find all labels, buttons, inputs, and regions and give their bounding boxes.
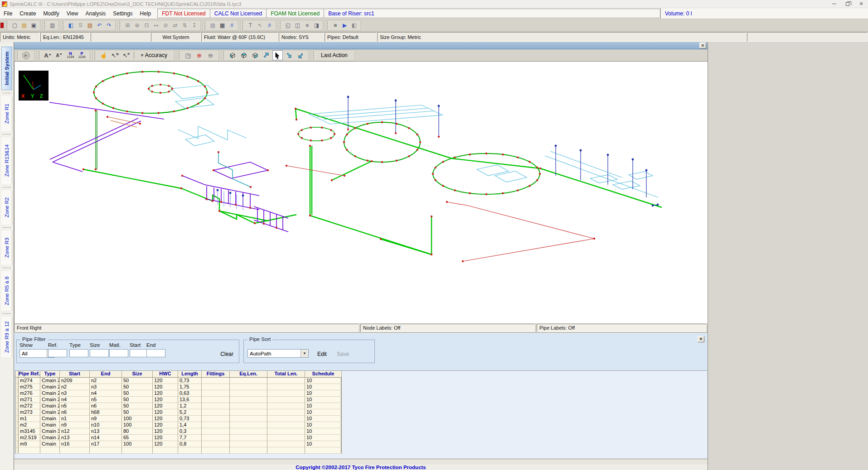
- zone-tab-zone-r2[interactable]: Zone R2: [1, 190, 12, 225]
- save-file-button[interactable]: ▣: [29, 20, 39, 30]
- column-header[interactable]: Pipe Ref.: [19, 371, 40, 378]
- column-header[interactable]: Schedule: [305, 371, 342, 378]
- drag-handle[interactable]: [204, 21, 207, 29]
- close-button[interactable]: ✕: [854, 0, 868, 8]
- table-row[interactable]: m275Cmain 2n2n3501201,7510: [15, 384, 341, 390]
- run-button[interactable]: ▶: [340, 20, 349, 30]
- drag-handle[interactable]: [6, 21, 9, 29]
- drawing-window-close-button[interactable]: ✕: [699, 43, 706, 48]
- drawing-canvas[interactable]: X Y Z: [14, 62, 708, 323]
- zoom-region-button[interactable]: ⊡: [142, 20, 151, 30]
- column-header[interactable]: Size: [122, 371, 153, 378]
- rotate-view-sw-button[interactable]: [295, 50, 305, 60]
- zoom-extents-button[interactable]: ⊕: [132, 20, 142, 30]
- menu-view[interactable]: View: [63, 8, 82, 19]
- column-header[interactable]: HWC: [153, 371, 178, 378]
- undo-button[interactable]: ↶: [95, 20, 104, 30]
- text-tool-button[interactable]: T: [246, 20, 255, 30]
- column-header[interactable]: Fittings: [202, 371, 230, 378]
- calculate-button[interactable]: ▶: [21, 50, 31, 60]
- clear-filter-button[interactable]: Clear: [220, 351, 233, 357]
- font-decrease-button[interactable]: A▼: [54, 50, 64, 60]
- table-row[interactable]: m273Cmain 2n6h68501205,210: [15, 409, 341, 416]
- output-view-button[interactable]: ◧: [349, 20, 359, 30]
- drag-handle[interactable]: [242, 21, 244, 29]
- pan-right-button[interactable]: ↦: [151, 20, 161, 30]
- edit-sort-button[interactable]: Edit: [317, 351, 327, 357]
- tile-windows-button[interactable]: ◫: [293, 20, 302, 30]
- menu-create[interactable]: Create: [16, 8, 39, 19]
- table-row[interactable]: m3145Cmain 3n12n13801200,310: [15, 428, 341, 435]
- drag-handle[interactable]: [179, 51, 181, 59]
- drag-handle[interactable]: [327, 21, 329, 29]
- grid-numbers-button[interactable]: #: [227, 20, 237, 30]
- save-sort-button[interactable]: Save: [337, 351, 349, 357]
- menu-settings[interactable]: Settings: [109, 8, 136, 19]
- drag-handle[interactable]: [44, 21, 46, 29]
- zone-tab-zone-r3[interactable]: Zone R3: [1, 230, 12, 265]
- view-cube-bottom-button[interactable]: [227, 50, 238, 60]
- print-button[interactable]: ▥: [48, 20, 57, 30]
- new-file-button[interactable]: ▢: [10, 20, 19, 30]
- drag-handle[interactable]: [17, 51, 19, 59]
- rotate-view-ne-button[interactable]: [261, 50, 272, 60]
- table-row[interactable]: m271Cmain 2n4n55012013,610: [15, 397, 341, 403]
- column-header[interactable]: Eq.Len.: [230, 371, 267, 378]
- pick-tool-button[interactable]: ☝: [98, 50, 109, 60]
- zone-tab-zone-r13-14[interactable]: Zone R13&14: [1, 137, 12, 184]
- view-cube-top-button[interactable]: [250, 50, 260, 60]
- swap-nodes-button[interactable]: ⇄: [170, 20, 180, 30]
- table-row[interactable]: m1Cmainn1n91001200,7310: [15, 416, 341, 422]
- rotate-view-se-button[interactable]: [284, 50, 294, 60]
- last-action-button[interactable]: Last Action: [317, 50, 352, 60]
- redo-button[interactable]: ↷: [104, 20, 114, 30]
- filter-input-end[interactable]: [146, 349, 165, 357]
- reorder-nodes-button[interactable]: ⇅: [180, 20, 189, 30]
- filter-input-matl[interactable]: [109, 349, 128, 357]
- drag-handle[interactable]: [313, 51, 315, 59]
- blank-window-button[interactable]: ■: [302, 20, 312, 30]
- drag-handle[interactable]: [223, 51, 225, 59]
- column-header[interactable]: Start: [60, 371, 90, 378]
- fill-color-button[interactable]: ◧: [66, 20, 76, 30]
- grid-coarse-button[interactable]: ▤: [208, 20, 218, 30]
- maximize-button[interactable]: [841, 0, 854, 8]
- menu-modify[interactable]: Modify: [39, 8, 63, 19]
- menu-help[interactable]: Help: [136, 8, 155, 19]
- drag-handle[interactable]: [63, 21, 65, 29]
- snap-grid-button[interactable]: #: [265, 20, 274, 30]
- drag-handle[interactable]: [119, 21, 121, 29]
- insert-node-button[interactable]: ↧: [189, 20, 199, 30]
- table-row[interactable]: m2Cmainn9n101001201,410: [15, 422, 341, 428]
- zone-tab-zone-r9-12[interactable]: Zone R9 à 12: [1, 317, 12, 357]
- open-file-button[interactable]: ▤: [19, 20, 29, 30]
- pointer-tool-button[interactable]: ↖: [255, 20, 265, 30]
- filter-input-start[interactable]: [130, 349, 149, 357]
- pipe-labels-button[interactable]: P1234: [77, 50, 87, 60]
- materials-book-button[interactable]: ▤: [85, 20, 95, 30]
- grid-fine-button[interactable]: ▦: [218, 20, 227, 30]
- filter-input-size[interactable]: [90, 349, 109, 357]
- filter-input-ref[interactable]: [48, 349, 67, 357]
- filter-input-type[interactable]: [69, 349, 88, 357]
- select-pipe-button[interactable]: ↖P: [121, 50, 131, 60]
- table-row[interactable]: m272Cmain 2n5n6501201,210: [15, 403, 341, 409]
- column-header[interactable]: End: [90, 371, 122, 378]
- column-header[interactable]: Type: [40, 371, 60, 378]
- column-header[interactable]: Length: [178, 371, 202, 378]
- zone-tab-initial-system[interactable]: Initial System: [1, 47, 12, 90]
- drag-handle[interactable]: [39, 51, 41, 59]
- menu-analysis[interactable]: Analysis: [82, 8, 110, 19]
- drag-handle[interactable]: [280, 21, 282, 29]
- table-row[interactable]: m2.519Cmain 2n13n14651207,710: [15, 435, 341, 441]
- spelling-button[interactable]: S: [76, 20, 85, 30]
- zoom-window-button[interactable]: ◳: [183, 50, 193, 60]
- table-row[interactable]: m276Cmain 2n3n4501200,6310: [15, 390, 341, 397]
- table-row[interactable]: m9Cmainn16n171001200,810: [15, 441, 341, 447]
- table-row[interactable]: [15, 447, 341, 454]
- table-row[interactable]: m274Cmain 2n209n2501200,7310: [15, 378, 341, 384]
- pointer-select-button[interactable]: [272, 50, 283, 60]
- zone-tab-zone-r1[interactable]: Zone R1: [1, 96, 12, 131]
- stop-button[interactable]: ■: [330, 20, 340, 30]
- minimize-button[interactable]: [827, 0, 841, 8]
